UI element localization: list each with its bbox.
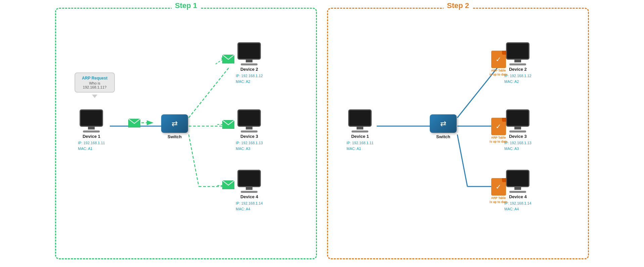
step2-arp-check-d4: ✓ <box>496 183 501 191</box>
step2-device1: Device 1 IP: 192.168.1.11 MAC: A1 <box>347 109 374 151</box>
step2-device4-base <box>509 191 526 193</box>
step2-switch: ⇄ Switch <box>430 114 457 139</box>
step2-device2-base <box>509 63 526 65</box>
step1-device4-label: Device 4 <box>240 194 258 199</box>
step1-device3: Device 3 IP: 192.168.1.13 MAC: A3 <box>236 109 263 151</box>
step2-device4-info: IP: 192.168.1.14 MAC: A4 <box>504 201 532 212</box>
step2-device3-base <box>509 130 526 132</box>
step2-arp-check-d2: ✓ <box>496 55 501 63</box>
step2-switch-label: Switch <box>436 134 450 139</box>
step2-arp-text-d4: ARP Tableis up to date <box>490 196 507 204</box>
step1-device1-base <box>83 130 100 132</box>
arp-request-text: Who is192.168.1.11? <box>79 81 110 89</box>
step2-arp-table-d4: ✓ ARP Tableis up to date <box>490 178 507 204</box>
step2-device1-label: Device 1 <box>351 134 369 139</box>
step2-arp-text-d3: ARP Tableis up to date <box>490 136 507 144</box>
step2-device2-screen <box>506 42 530 60</box>
step1-device1-label: Device 1 <box>83 134 100 139</box>
step1-device2-info: IP: 192.168.1.12 MAC: A2 <box>236 73 263 84</box>
step1-device2-base <box>241 63 258 65</box>
step2-box: Step 2 Device 1 IP: 192.168.1.11 <box>327 8 589 259</box>
step1-switch: ⇄ Switch <box>161 114 188 139</box>
step2-device3: Device 3 IP: 192.168.1.13 MAC: A3 <box>504 109 532 151</box>
step1-envelope-d2 <box>222 55 234 63</box>
step2-switch-arrows: ⇄ <box>440 119 446 128</box>
arp-request-title: ARP Request <box>79 76 110 81</box>
step1-device1-screen <box>80 109 103 127</box>
step2-device3-label: Device 3 <box>509 134 527 139</box>
step2-device1-info: IP: 192.168.1.11 MAC: A1 <box>347 140 374 151</box>
step2-device2: Device 2 IP: 192.168.1.12 MAC: A2 <box>504 42 532 84</box>
step2-arp-doc-d2: ✓ <box>491 51 506 68</box>
step1-device3-screen <box>237 109 261 127</box>
step2-arp-check-d3: ✓ <box>496 122 501 130</box>
step1-box: Step 1 <box>55 8 317 259</box>
svg-line-16 <box>457 135 467 186</box>
step1-title: Step 1 <box>172 1 200 10</box>
step2-title: Step 2 <box>444 1 472 10</box>
step2-device3-screen <box>506 109 530 127</box>
step2-arp-table-d3: ✓ ARP Tableis up to date <box>490 118 507 144</box>
step1-device4-screen <box>237 170 261 187</box>
step2-device4-screen <box>506 170 530 187</box>
svg-line-3 <box>189 135 199 186</box>
step1-device1-info: IP: 192.168.1.11 MAC: A1 <box>78 140 105 151</box>
step1-switch-body: ⇄ <box>161 114 188 133</box>
step2-device1-screen <box>348 109 372 127</box>
step2-device1-base <box>352 130 368 132</box>
main-container: Step 1 <box>7 7 637 260</box>
step1-switch-label: Switch <box>168 134 182 139</box>
step2-arp-table-d2: ✓ ARP Tableis up to date <box>490 51 507 76</box>
step1-device4-base <box>241 191 258 193</box>
step2-arp-text-d2: ARP Tableis up to date <box>490 69 507 76</box>
step2-switch-body: ⇄ <box>430 114 457 133</box>
step1-device2: Device 2 IP: 192.168.1.12 MAC: A2 <box>236 42 263 84</box>
arp-request-bubble: ARP Request Who is192.168.1.11? <box>75 72 115 93</box>
step1-device2-screen <box>237 42 261 60</box>
svg-line-1 <box>189 67 229 118</box>
step2-diagram: Device 1 IP: 192.168.1.11 MAC: A1 ⇄ Swit… <box>336 15 580 252</box>
step1-device3-base <box>241 130 258 132</box>
step1-envelope-d3 <box>222 120 234 129</box>
step1-envelope-from-d1 <box>128 119 140 127</box>
step2-device4: Device 4 IP: 192.168.1.14 MAC: A4 <box>504 170 532 212</box>
step2-device3-info: IP: 192.168.1.13 MAC: A3 <box>504 140 532 151</box>
step2-device2-label: Device 2 <box>509 67 527 72</box>
step2-arp-doc-d3: ✓ <box>491 118 506 135</box>
step1-envelope-d4 <box>222 180 234 189</box>
step2-arp-doc-d4: ✓ <box>491 178 506 196</box>
step1-device4-info: IP: 192.168.1.14 MAC: A4 <box>236 201 263 212</box>
step1-device2-label: Device 2 <box>240 67 258 72</box>
step1-device4: Device 4 IP: 192.168.1.14 MAC: A4 <box>236 170 263 212</box>
step1-device1: Device 1 IP: 192.168.1.11 MAC: A1 <box>78 109 105 151</box>
step1-device3-info: IP: 192.168.1.13 MAC: A3 <box>236 140 263 151</box>
step1-device3-label: Device 3 <box>240 134 258 139</box>
step1-diagram: ARP Request Who is192.168.1.11? Device 1… <box>64 15 308 252</box>
step2-device2-info: IP: 192.168.1.12 MAC: A2 <box>504 73 532 84</box>
step2-device4-label: Device 4 <box>509 194 527 199</box>
step1-switch-arrows: ⇄ <box>172 119 178 128</box>
